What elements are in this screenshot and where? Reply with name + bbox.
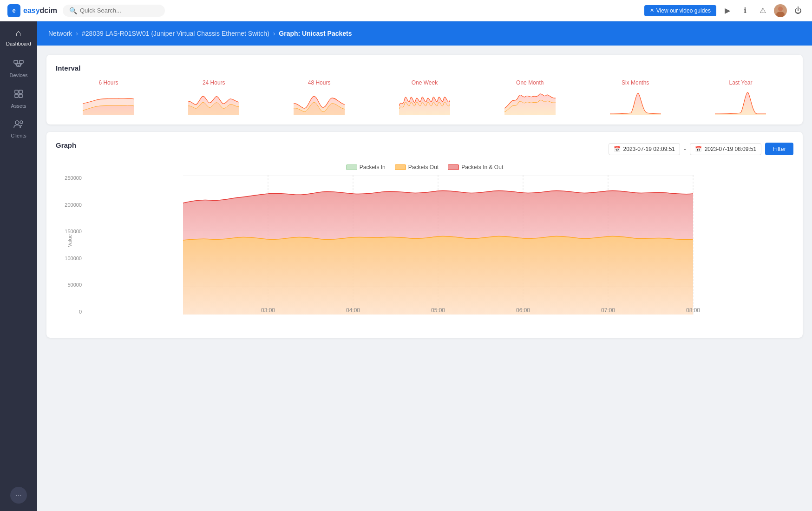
svg-point-13 [15, 121, 19, 124]
legend-packets-out: Packets Out [395, 164, 439, 170]
sidebar: ⌂ Dashboard Devices [0, 21, 37, 511]
content-area: Interval 6 Hours [37, 46, 812, 511]
interval-48h-label: 48 Hours [308, 79, 331, 86]
interval-24h-label: 24 Hours [203, 79, 225, 86]
y-label-250k: 250000 [65, 175, 82, 181]
sidebar-item-label: Clients [11, 133, 26, 138]
breadcrumb-device[interactable]: #28039 LAS-R01SW01 (Juniper Virtual Chas… [82, 30, 269, 37]
assets-icon [14, 89, 23, 101]
y-axis: 250000 200000 150000 100000 50000 0 [60, 175, 82, 314]
svg-rect-9 [15, 90, 18, 93]
interval-title: Interval [56, 64, 793, 72]
legend-packets-in: Packets In [346, 164, 386, 170]
video-guide-button[interactable]: ✕ View our video guides [644, 5, 716, 16]
date-from-input[interactable]: 📅 2023-07-19 02:09:51 [609, 143, 680, 155]
sidebar-item-label: Assets [11, 103, 26, 109]
calendar-icon: 📅 [614, 146, 621, 152]
legend-packets-in-box [346, 164, 357, 170]
sidebar-item-dashboard[interactable]: ⌂ Dashboard [0, 21, 37, 51]
interval-1m[interactable]: One Month [504, 79, 556, 115]
interval-48h[interactable]: 48 Hours [294, 79, 345, 115]
breadcrumb: Network › #28039 LAS-R01SW01 (Juniper Vi… [37, 21, 812, 46]
interval-48h-chart [294, 90, 345, 115]
interval-1y-chart [715, 90, 766, 115]
svg-rect-11 [15, 94, 18, 98]
legend-packets-in-label: Packets In [360, 164, 386, 170]
svg-rect-12 [19, 94, 22, 98]
close-icon: ✕ [650, 7, 654, 13]
interval-24h[interactable]: 24 Hours [188, 79, 239, 115]
y-label-50k: 50000 [67, 282, 82, 288]
interval-6m-chart [610, 90, 661, 115]
svg-text:05:00: 05:00 [431, 307, 445, 314]
sidebar-item-assets[interactable]: Assets [0, 83, 37, 113]
graph-header: Graph 📅 2023-07-19 02:09:51 - 📅 2023-07-… [56, 141, 793, 157]
layout: ⌂ Dashboard Devices [0, 21, 812, 511]
topbar: e easydcim 🔍 ✕ View our video guides ▶ ℹ… [0, 0, 812, 21]
more-icon: ··· [15, 491, 21, 499]
search-icon: 🔍 [69, 7, 77, 14]
filter-button[interactable]: Filter [765, 143, 793, 155]
date-separator: - [684, 145, 686, 153]
svg-point-0 [778, 7, 783, 11]
more-button[interactable]: ··· [10, 487, 27, 504]
search-input[interactable] [80, 7, 158, 14]
clients-icon [13, 120, 24, 131]
interval-1y[interactable]: Last Year [715, 79, 766, 115]
date-from-value: 2023-07-19 02:09:51 [623, 146, 675, 152]
sidebar-item-clients[interactable]: Clients [0, 113, 37, 143]
date-range: 📅 2023-07-19 02:09:51 - 📅 2023-07-19 08:… [609, 143, 793, 155]
interval-grid: 6 Hours 24 Hours [56, 79, 793, 115]
interval-1w[interactable]: One Week [399, 79, 450, 115]
graph-title: Graph [56, 141, 76, 149]
main-content: Network › #28039 LAS-R01SW01 (Juniper Vi… [37, 21, 812, 511]
avatar[interactable] [774, 4, 787, 17]
interval-6h-chart [83, 90, 134, 115]
search-bar[interactable]: 🔍 [63, 5, 165, 17]
svg-text:04:00: 04:00 [346, 307, 360, 314]
interval-6m[interactable]: Six Months [610, 79, 661, 115]
power-icon[interactable]: ⏻ [792, 4, 805, 17]
alert-icon[interactable]: ⚠ [756, 4, 769, 17]
sidebar-item-label: Devices [9, 72, 27, 78]
svg-text:07:00: 07:00 [601, 307, 615, 314]
svg-point-14 [20, 121, 23, 124]
legend-packets-out-box [395, 164, 406, 170]
svg-text:06:00: 06:00 [516, 307, 530, 314]
y-label-100k: 100000 [65, 256, 82, 261]
chart-legend: Packets In Packets Out Packets In & Out [56, 164, 793, 170]
svg-point-1 [776, 12, 785, 17]
breadcrumb-sep-2: › [273, 30, 275, 37]
y-label-150k: 150000 [65, 229, 82, 234]
sidebar-item-devices[interactable]: Devices [0, 51, 37, 83]
devices-icon [13, 58, 24, 70]
interval-6m-label: Six Months [622, 79, 649, 86]
legend-packets-in-out: Packets In & Out [448, 164, 503, 170]
interval-1m-label: One Month [516, 79, 544, 86]
y-label-200k: 200000 [65, 202, 82, 208]
date-to-value: 2023-07-19 08:09:51 [705, 146, 756, 152]
y-label-0: 0 [79, 309, 82, 314]
graph-card: Graph 📅 2023-07-19 02:09:51 - 📅 2023-07-… [46, 132, 803, 338]
svg-rect-10 [19, 90, 22, 93]
breadcrumb-network[interactable]: Network [48, 30, 72, 37]
sidebar-item-label: Dashboard [6, 41, 31, 46]
interval-1y-label: Last Year [729, 79, 752, 86]
breadcrumb-sep-1: › [76, 30, 78, 37]
logo[interactable]: e easydcim [7, 4, 57, 17]
interval-6h[interactable]: 6 Hours [83, 79, 134, 115]
play-icon[interactable]: ▶ [721, 4, 734, 17]
interval-1w-chart [399, 90, 450, 115]
logo-icon: e [7, 4, 20, 17]
svg-rect-3 [20, 60, 23, 63]
calendar-icon-2: 📅 [695, 146, 702, 152]
svg-rect-2 [14, 60, 18, 63]
info-icon[interactable]: ℹ [739, 4, 752, 17]
interval-1w-label: One Week [412, 79, 438, 86]
interval-1m-chart [504, 90, 556, 115]
interval-6h-label: 6 Hours [98, 79, 118, 86]
date-to-input[interactable]: 📅 2023-07-19 08:09:51 [690, 143, 761, 155]
interval-card: Interval 6 Hours [46, 55, 803, 124]
legend-packets-in-out-box [448, 164, 459, 170]
interval-24h-chart [188, 90, 239, 115]
